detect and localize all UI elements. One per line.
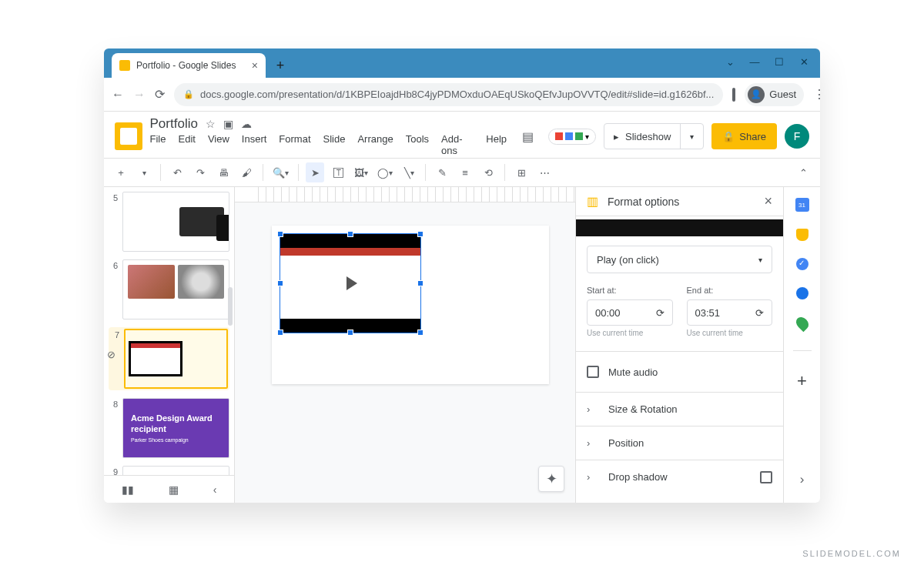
- more-icon[interactable]: ⋯: [535, 162, 554, 182]
- mask-icon[interactable]: ≡: [456, 162, 474, 182]
- menu-help[interactable]: Help: [486, 133, 507, 156]
- mute-audio-row[interactable]: Mute audio: [587, 363, 772, 381]
- cloud-status-icon[interactable]: ☁: [241, 118, 252, 130]
- menu-edit[interactable]: Edit: [178, 133, 195, 156]
- menu-arrange[interactable]: Arrange: [357, 133, 393, 156]
- crop-icon[interactable]: ✎: [433, 162, 451, 182]
- browser-tab[interactable]: Portfolio - Google Slides ×: [112, 53, 266, 78]
- grid-view-icon[interactable]: ▦: [169, 483, 179, 496]
- maps-icon[interactable]: [793, 315, 811, 333]
- chrome-menu-icon[interactable]: ⋮: [813, 87, 820, 102]
- section-size-rotation[interactable]: › Size & Rotation: [576, 392, 783, 426]
- filmstrip-view-icon[interactable]: ▮▮: [122, 483, 134, 496]
- explore-button[interactable]: ✦: [538, 466, 564, 492]
- reload-icon[interactable]: ⟳: [755, 307, 764, 319]
- collapse-rail-icon[interactable]: ›: [800, 472, 805, 487]
- use-current-time-start[interactable]: Use current time: [587, 329, 673, 337]
- thumbnail-slide-6[interactable]: 6: [109, 259, 229, 319]
- redo-icon[interactable]: ↷: [191, 162, 209, 182]
- thumbnail-slide-7[interactable]: 7 ⊘: [109, 327, 229, 390]
- end-time-input[interactable]: 03:51 ⟳: [687, 299, 773, 326]
- zoom-icon[interactable]: 🔍 ▾: [270, 162, 291, 182]
- textbox-tool-icon[interactable]: 🅃: [329, 162, 347, 182]
- menu-view[interactable]: View: [208, 133, 229, 156]
- start-time-input[interactable]: 00:00 ⟳: [587, 299, 673, 326]
- menu-file[interactable]: File: [150, 133, 166, 156]
- section-position[interactable]: › Position: [576, 426, 783, 460]
- chrome-titlebar: Portfolio - Google Slides × + ⌄ — ☐ ✕: [104, 49, 820, 78]
- star-icon[interactable]: ☆: [206, 118, 216, 130]
- section-drop-shadow[interactable]: › Drop shadow: [576, 460, 783, 493]
- resize-handle[interactable]: [417, 280, 424, 286]
- use-current-time-end[interactable]: Use current time: [687, 329, 773, 337]
- slideshow-button[interactable]: ▸ Slideshow ▾: [604, 123, 704, 149]
- resize-handle[interactable]: [277, 280, 283, 286]
- resize-handle[interactable]: [347, 231, 353, 237]
- play-icon[interactable]: [333, 266, 367, 300]
- select-tool-icon[interactable]: ➤: [306, 162, 324, 182]
- window-caret-icon[interactable]: ⌄: [723, 56, 737, 68]
- thumbnail-slide-8[interactable]: 8 Acme Design Award recipient Parker Sho…: [109, 398, 229, 458]
- meet-button[interactable]: ▾: [548, 129, 596, 145]
- account-avatar[interactable]: F: [785, 124, 809, 149]
- paint-format-icon[interactable]: 🖌: [237, 162, 256, 182]
- close-panel-icon[interactable]: ×: [764, 193, 772, 209]
- new-slide-button[interactable]: +: [112, 162, 130, 182]
- slide-surface[interactable]: [272, 226, 549, 384]
- mute-audio-checkbox[interactable]: [587, 366, 599, 378]
- new-tab-button[interactable]: +: [270, 55, 290, 75]
- undo-icon[interactable]: ↶: [168, 162, 186, 182]
- maximize-icon[interactable]: ☐: [772, 56, 786, 68]
- shape-tool-icon[interactable]: ◯ ▾: [375, 162, 395, 182]
- resize-handle[interactable]: [417, 329, 424, 336]
- filmstrip-scrollbar[interactable]: [228, 287, 233, 326]
- move-folder-icon[interactable]: ▣: [223, 118, 233, 130]
- chevron-down-icon: ▾: [585, 132, 589, 141]
- profile-guest-button[interactable]: 👤 Guest: [745, 83, 804, 106]
- meet-icon: [555, 132, 563, 140]
- panel-toggle-icon[interactable]: [732, 88, 735, 102]
- keep-icon[interactable]: [796, 229, 808, 241]
- menu-slide[interactable]: Slide: [323, 133, 346, 156]
- collapse-filmstrip-icon[interactable]: ‹: [213, 483, 217, 496]
- drop-shadow-checkbox[interactable]: [760, 471, 772, 483]
- calendar-icon[interactable]: 31: [795, 198, 809, 212]
- new-slide-dropdown[interactable]: ▾: [135, 162, 153, 182]
- print-icon[interactable]: 🖶: [214, 162, 233, 182]
- slide-canvas[interactable]: ✦: [235, 187, 575, 503]
- chevron-down-icon[interactable]: ▾: [690, 132, 694, 141]
- resize-handle[interactable]: [277, 231, 283, 237]
- back-icon[interactable]: ←: [112, 88, 124, 102]
- selected-video-object[interactable]: [280, 233, 421, 333]
- image-tool-icon[interactable]: 🖼 ▾: [352, 162, 370, 182]
- document-title[interactable]: Portfolio: [150, 116, 198, 132]
- menu-tools[interactable]: Tools: [406, 133, 429, 156]
- forward-icon[interactable]: →: [133, 88, 146, 102]
- menu-addons[interactable]: Add-ons: [441, 133, 474, 156]
- address-bar[interactable]: 🔒 docs.google.com/presentation/d/1KBPEIo…: [174, 83, 723, 106]
- resize-handle[interactable]: [347, 329, 353, 336]
- slides-logo-icon[interactable]: [115, 122, 142, 150]
- resize-handle[interactable]: [277, 329, 283, 336]
- menu-format[interactable]: Format: [279, 133, 310, 156]
- close-tab-icon[interactable]: ×: [252, 59, 258, 72]
- collapse-toolbar-icon[interactable]: ⌃: [794, 162, 812, 182]
- share-button[interactable]: 🔒 Share: [711, 123, 777, 149]
- filmstrip[interactable]: 5 6 7 ⊘ 8 Acme Design Award recipient Pa…: [104, 187, 235, 503]
- tasks-icon[interactable]: [796, 258, 808, 270]
- format-options-icon[interactable]: ⊞: [512, 162, 531, 182]
- thumbnail-slide-5[interactable]: 5: [109, 192, 229, 252]
- resize-handle[interactable]: [417, 231, 424, 237]
- close-window-icon[interactable]: ✕: [797, 56, 811, 68]
- reload-icon[interactable]: ⟳: [656, 307, 665, 319]
- reset-icon[interactable]: ⟲: [479, 162, 497, 182]
- line-tool-icon[interactable]: ╲ ▾: [400, 162, 418, 182]
- minimize-icon[interactable]: —: [748, 56, 762, 68]
- browser-window: Portfolio - Google Slides × + ⌄ — ☐ ✕ ← …: [104, 49, 820, 503]
- reload-icon[interactable]: ⟳: [155, 87, 165, 102]
- contacts-icon[interactable]: [796, 287, 808, 299]
- menu-insert[interactable]: Insert: [242, 133, 267, 156]
- comments-icon[interactable]: ▤: [514, 123, 541, 149]
- add-addon-icon[interactable]: +: [797, 371, 807, 391]
- play-mode-select[interactable]: Play (on click) ▾: [587, 246, 772, 273]
